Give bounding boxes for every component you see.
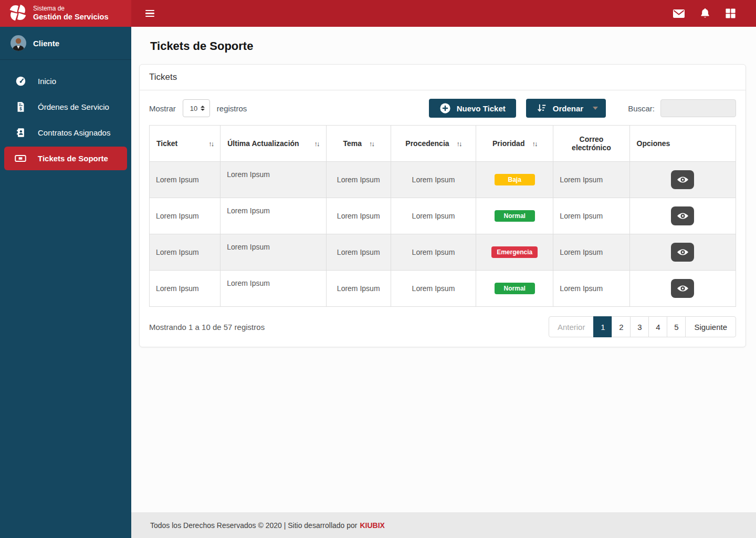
cell-options <box>629 198 736 234</box>
apps-grid-icon[interactable] <box>725 8 736 19</box>
brand-line2: Gestión de Servicios <box>33 13 108 22</box>
sidebar-item-ordenes-de-servicio[interactable]: $ Órdenes de Servicio <box>0 94 131 120</box>
pagination-page-1[interactable]: 1 <box>593 316 612 337</box>
contracts-icon <box>15 127 26 138</box>
pagination-page-5[interactable]: 5 <box>667 316 686 337</box>
sidebar-item-label: Contratos Asignados <box>38 128 110 137</box>
sidebar-item-label: Inicio <box>38 77 56 86</box>
sort-icon[interactable]: ↑↓ <box>457 140 461 148</box>
pagination-page-3[interactable]: 3 <box>630 316 649 337</box>
spinner-arrows-icon <box>201 106 205 111</box>
bell-icon[interactable] <box>700 8 710 19</box>
sidebar: Cliente Inicio <box>0 27 131 538</box>
column-header-source[interactable]: Procedencia↑↓ <box>391 126 476 162</box>
column-header-email: Correo electrónico <box>553 126 629 162</box>
table-toolbar: Mostrar 10 registros <box>149 99 736 118</box>
avatar <box>10 35 26 51</box>
column-label: Correo electrónico <box>560 135 622 152</box>
tickets-card: Tickets Mostrar 10 registros <box>139 64 746 347</box>
column-header-ticket[interactable]: Ticket↑↓ <box>150 126 220 162</box>
sort-icon[interactable]: ↑↓ <box>208 140 213 148</box>
pagination-page-2[interactable]: 2 <box>612 316 631 337</box>
view-ticket-button[interactable] <box>671 279 694 298</box>
table-row: Lorem Ipsum Lorem Ipsum Lorem Ipsum Lore… <box>150 234 736 271</box>
main-content: Tickets de Soporte Tickets Mostrar 10 <box>131 27 756 512</box>
cell-email: Lorem Ipsum <box>553 198 629 234</box>
search-input[interactable] <box>660 99 736 117</box>
records-label: registros <box>217 104 247 113</box>
priority-badge: Baja <box>495 174 535 185</box>
pagination-prev[interactable]: Anterior <box>549 316 594 337</box>
column-header-topic[interactable]: Tema↑↓ <box>326 126 391 162</box>
cell-last-update: Lorem Ipsum <box>220 271 326 307</box>
sidebar-menu: Inicio $ Órdenes de Servicio <box>0 60 131 180</box>
page-size-select[interactable]: 10 <box>183 99 210 117</box>
cell-priority: Normal <box>476 271 553 307</box>
page-footer: Todos los Derechos Reservados © 2020 | S… <box>131 512 756 538</box>
user-name: Cliente <box>33 39 59 48</box>
view-ticket-button[interactable] <box>671 170 694 189</box>
cell-priority: Normal <box>476 198 553 234</box>
new-ticket-button[interactable]: Nuevo Ticket <box>429 99 516 118</box>
pagination-next[interactable]: Siguiente <box>685 316 736 337</box>
priority-badge: Normal <box>495 210 535 222</box>
view-ticket-button[interactable] <box>671 243 694 262</box>
cell-ticket: Lorem Ipsum <box>150 198 220 234</box>
pagination-page-4[interactable]: 4 <box>648 316 667 337</box>
footer-brand-link[interactable]: KIUBIX <box>360 521 385 530</box>
records-summary: Mostrando 1 a 10 de 57 registros <box>149 323 265 332</box>
cell-last-update: Lorem Ipsum <box>220 198 326 234</box>
sidebar-item-label: Tickets de Soporte <box>38 154 108 163</box>
cell-email: Lorem Ipsum <box>553 162 629 198</box>
svg-text:$: $ <box>19 106 22 111</box>
column-label: Tema <box>343 139 362 148</box>
column-label: Última Actualización <box>227 139 299 148</box>
page-size-value: 10 <box>190 105 197 112</box>
cell-last-update: Lorem Ipsum <box>220 234 326 271</box>
column-header-options: Opciones <box>629 126 736 162</box>
brand: Sistema de Gestión de Servicios <box>0 0 131 27</box>
cell-ticket: Lorem Ipsum <box>150 234 220 271</box>
priority-badge: Normal <box>495 283 535 294</box>
cell-priority: Baja <box>476 162 553 198</box>
cell-topic: Lorem Ipsum <box>326 162 391 198</box>
service-order-icon: $ <box>15 101 26 112</box>
sidebar-item-tickets-de-soporte[interactable]: Tickets de Soporte <box>4 147 127 170</box>
show-label: Mostrar <box>149 104 176 113</box>
brand-line1: Sistema de <box>33 5 108 13</box>
dashboard-icon <box>15 76 26 87</box>
cell-source: Lorem Ipsum <box>391 198 476 234</box>
cell-topic: Lorem Ipsum <box>326 234 391 271</box>
sidebar-item-inicio[interactable]: Inicio <box>0 68 131 94</box>
cell-topic: Lorem Ipsum <box>326 198 391 234</box>
new-ticket-label: Nuevo Ticket <box>457 104 506 113</box>
menu-icon[interactable] <box>143 8 156 19</box>
table-row: Lorem Ipsum Lorem Ipsum Lorem Ipsum Lore… <box>150 198 736 234</box>
view-ticket-button[interactable] <box>671 206 694 225</box>
cell-last-update: Lorem Ipsum <box>220 162 326 198</box>
sidebar-item-contratos-asignados[interactable]: Contratos Asignados <box>0 120 131 146</box>
caret-down-icon <box>593 107 598 110</box>
cell-source: Lorem Ipsum <box>391 234 476 271</box>
eye-icon <box>677 284 689 293</box>
column-label: Opciones <box>637 139 670 148</box>
cell-email: Lorem Ipsum <box>553 234 629 271</box>
priority-badge: Emergencia <box>491 246 538 258</box>
column-header-priority[interactable]: Prioridad↑↓ <box>476 126 553 162</box>
sort-button[interactable]: Ordenar <box>526 99 606 118</box>
column-label: Prioridad <box>492 139 524 148</box>
sort-icon[interactable]: ↑↓ <box>314 140 319 148</box>
cell-source: Lorem Ipsum <box>391 271 476 307</box>
cell-options <box>629 162 736 198</box>
card-title: Tickets <box>140 65 746 90</box>
sort-icon[interactable]: ↑↓ <box>532 140 537 148</box>
cell-source: Lorem Ipsum <box>391 162 476 198</box>
eye-icon <box>677 248 689 256</box>
tickets-table-body: Lorem Ipsum Lorem Ipsum Lorem Ipsum Lore… <box>150 162 736 307</box>
sort-icon[interactable]: ↑↓ <box>369 140 374 148</box>
eye-icon <box>677 175 689 184</box>
column-label: Ticket <box>156 139 177 148</box>
column-header-last-update[interactable]: Última Actualización↑↓ <box>220 126 326 162</box>
user-row: Cliente <box>0 27 131 60</box>
mail-icon[interactable] <box>673 8 685 19</box>
